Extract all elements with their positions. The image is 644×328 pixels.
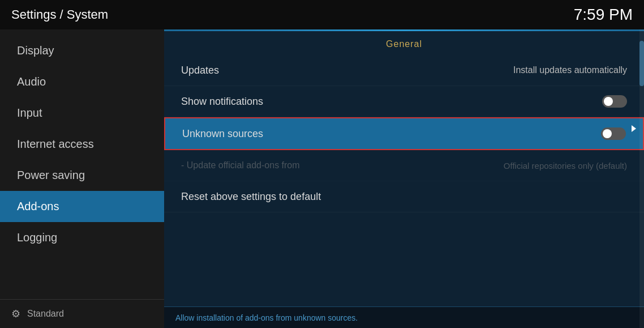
sidebar: Display Audio Input Internet access Powe… [0,29,164,328]
setting-label-updates: Updates [181,65,219,76]
status-bar: Allow installation of add-ons from unkno… [164,306,644,328]
content-scroll: General Updates Install updates automati… [164,31,644,306]
setting-row-show-notifications[interactable]: Show notifications [164,86,644,117]
sidebar-item-add-ons[interactable]: Add-ons [0,191,164,222]
page-title: Settings / System [11,7,108,22]
scrollbar-track[interactable] [639,29,644,328]
settings-icon: ⚙ [11,308,20,320]
setting-value-updates: Install updates automatically [513,65,627,75]
setting-label-reset: Reset above settings to default [181,191,321,203]
main-layout: Display Audio Input Internet access Powe… [0,29,644,328]
header: Settings / System 7:59 PM [0,0,644,29]
sidebar-item-display[interactable]: Display [0,35,164,66]
setting-value-update-addons: Official repositories only (default) [504,161,627,171]
settings-list: Updates Install updates automatically Sh… [164,55,644,306]
sidebar-item-logging[interactable]: Logging [0,222,164,253]
status-text: Allow installation of add-ons from unkno… [175,313,358,322]
toggle-knob-unknown-sources [603,129,612,138]
setting-row-updates[interactable]: Updates Install updates automatically [164,55,644,86]
sidebar-footer: ⚙ Standard [0,299,164,328]
setting-row-unknown-sources[interactable]: Unknown sources [164,117,644,150]
clock: 7:59 PM [574,6,633,24]
toggle-show-notifications[interactable] [602,95,627,108]
setting-row-reset[interactable]: Reset above settings to default [164,181,644,212]
toggle-knob-show-notifications [604,97,613,106]
section-header: General [164,31,644,55]
sidebar-footer-label[interactable]: Standard [27,309,64,319]
sidebar-item-input[interactable]: Input [0,97,164,129]
sidebar-item-power-saving[interactable]: Power saving [0,160,164,191]
sidebar-nav: Display Audio Input Internet access Powe… [0,29,164,299]
content-area: General Updates Install updates automati… [164,29,644,328]
setting-label-unknown-sources: Unknown sources [182,128,263,140]
setting-label-update-addons: - Update official add-ons from [181,160,300,171]
setting-row-update-addons: - Update official add-ons from Official … [164,150,644,181]
setting-label-show-notifications: Show notifications [181,96,263,108]
toggle-unknown-sources[interactable] [601,127,626,140]
scrollbar-thumb[interactable] [639,41,644,86]
sidebar-item-audio[interactable]: Audio [0,66,164,97]
sidebar-item-internet-access[interactable]: Internet access [0,129,164,160]
